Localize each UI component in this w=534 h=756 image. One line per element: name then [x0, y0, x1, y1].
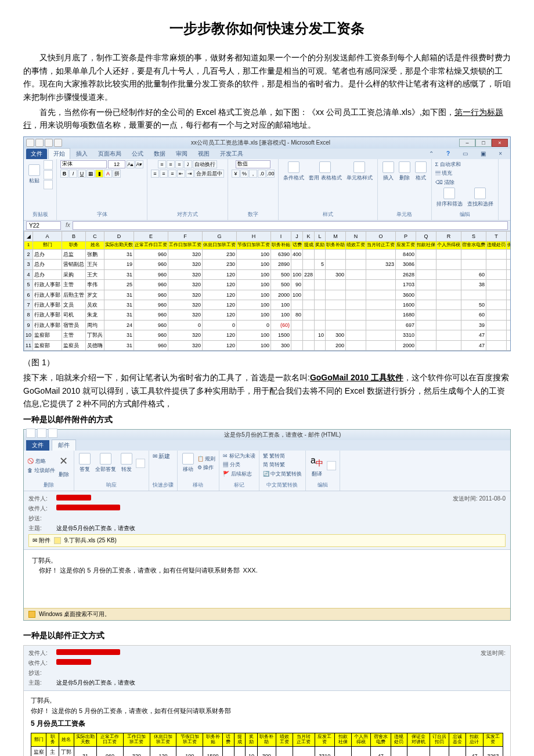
- col-header[interactable]: I: [271, 231, 291, 241]
- cell[interactable]: [315, 340, 326, 350]
- inc-dec-icon[interactable]: .0: [258, 170, 266, 178]
- cell[interactable]: [507, 320, 510, 330]
- align-left-icon[interactable]: ≡: [151, 170, 159, 178]
- cell[interactable]: 31: [104, 310, 134, 320]
- cell[interactable]: 960: [134, 280, 168, 290]
- phonetic-icon[interactable]: 拼: [113, 170, 121, 178]
- tab-file[interactable]: 文件: [26, 149, 47, 159]
- cell[interactable]: 1680: [396, 310, 416, 320]
- autosum-button[interactable]: Σ 自动求和: [435, 160, 461, 168]
- align-center-icon[interactable]: ≡: [160, 170, 168, 178]
- cell[interactable]: 100: [237, 340, 271, 350]
- data-header[interactable]: 职务: [62, 242, 86, 250]
- simp2trad-button[interactable]: 简 简转繁: [263, 460, 286, 469]
- cell[interactable]: 3600: [396, 290, 416, 300]
- clear-button[interactable]: ⌫ 清除: [435, 178, 455, 186]
- name-box[interactable]: [26, 221, 61, 230]
- gogomail-link[interactable]: GoGoMail 2010 工具软件: [310, 373, 403, 382]
- cell[interactable]: 朱龙: [86, 310, 104, 320]
- cell[interactable]: [486, 340, 507, 350]
- cell[interactable]: [486, 260, 507, 269]
- cell[interactable]: [507, 330, 510, 340]
- row-header[interactable]: 7: [24, 300, 33, 310]
- tab-layout[interactable]: 页面布局: [93, 149, 126, 159]
- cell[interactable]: 100: [291, 290, 303, 300]
- cell[interactable]: 吴德嗨: [86, 340, 104, 350]
- cell[interactable]: 王兴: [86, 260, 104, 269]
- row-header[interactable]: 8: [24, 310, 33, 320]
- col-header[interactable]: S: [461, 231, 486, 241]
- row-header[interactable]: 4: [24, 269, 33, 279]
- copy-icon[interactable]: [44, 170, 53, 179]
- font-name-select[interactable]: [60, 160, 107, 168]
- cell[interactable]: 120: [203, 290, 237, 300]
- cell[interactable]: [346, 300, 366, 310]
- col-header[interactable]: P: [396, 231, 416, 241]
- cell[interactable]: 2000: [396, 340, 416, 350]
- cell[interactable]: 200: [326, 340, 346, 350]
- cell[interactable]: 400: [291, 250, 303, 260]
- cell[interactable]: 80: [291, 310, 303, 320]
- data-header[interactable]: 提成: [303, 242, 315, 250]
- cell[interactable]: [366, 250, 396, 260]
- cell[interactable]: 320: [168, 300, 203, 310]
- cell[interactable]: 文员: [62, 300, 86, 310]
- cell[interactable]: [303, 310, 315, 320]
- cell[interactable]: 320: [168, 280, 203, 290]
- col-header[interactable]: K: [303, 231, 315, 241]
- cell[interactable]: [346, 340, 366, 350]
- data-header[interactable]: 话费: [291, 242, 303, 250]
- cell[interactable]: 行政人事部: [33, 300, 62, 310]
- cell[interactable]: [346, 320, 366, 330]
- cell[interactable]: 100: [237, 310, 271, 320]
- cell[interactable]: [507, 300, 510, 310]
- cell[interactable]: [303, 320, 315, 330]
- categorize-button[interactable]: ▦ 分类: [223, 460, 240, 469]
- cell[interactable]: 2890: [271, 260, 291, 269]
- cell[interactable]: [326, 300, 346, 310]
- cell[interactable]: 采购: [62, 269, 86, 279]
- comma-icon[interactable]: ,: [249, 170, 257, 178]
- cell[interactable]: [346, 310, 366, 320]
- col-header[interactable]: N: [346, 231, 366, 241]
- cell[interactable]: 960: [134, 330, 168, 340]
- cell[interactable]: 320: [168, 330, 203, 340]
- data-header[interactable]: 部门: [33, 242, 62, 250]
- cell[interactable]: [315, 310, 326, 320]
- ol-save-icon[interactable]: [26, 429, 35, 438]
- cell[interactable]: 100: [237, 290, 271, 300]
- cell[interactable]: [436, 310, 461, 320]
- align-mid-icon[interactable]: ≡: [167, 160, 175, 168]
- cell[interactable]: 100: [237, 300, 271, 310]
- cell[interactable]: 230: [203, 260, 237, 269]
- cell[interactable]: 100: [237, 269, 271, 279]
- cell[interactable]: 行政人事部: [33, 310, 62, 320]
- cell[interactable]: 38: [461, 280, 486, 290]
- cell[interactable]: [326, 250, 346, 260]
- cell[interactable]: 3310: [396, 330, 416, 340]
- cell[interactable]: [436, 280, 461, 290]
- cell[interactable]: [366, 300, 396, 310]
- data-header[interactable]: 绩效工资: [346, 242, 366, 250]
- percent-icon[interactable]: %: [240, 170, 248, 178]
- cell[interactable]: 19: [104, 260, 134, 269]
- cell[interactable]: [486, 300, 507, 310]
- col-header[interactable]: F: [168, 231, 203, 241]
- cell[interactable]: 3086: [396, 260, 416, 269]
- cell[interactable]: 李伟: [86, 280, 104, 290]
- cell[interactable]: 王大: [86, 269, 104, 279]
- row-header[interactable]: 11: [24, 340, 33, 350]
- cell[interactable]: [436, 269, 461, 279]
- data-header[interactable]: 节假日加班工资: [237, 242, 271, 250]
- cell[interactable]: [416, 310, 436, 320]
- cell[interactable]: 320: [168, 310, 203, 320]
- cell[interactable]: 60: [461, 310, 486, 320]
- cell[interactable]: 31: [104, 330, 134, 340]
- wrap-text-button[interactable]: 自动换行: [193, 160, 217, 168]
- cell[interactable]: 24: [104, 320, 134, 330]
- cell[interactable]: 100: [271, 310, 291, 320]
- col-header[interactable]: G: [203, 231, 237, 241]
- data-header[interactable]: 姓名: [86, 242, 104, 250]
- cell[interactable]: 31: [104, 300, 134, 310]
- cell[interactable]: 31: [104, 250, 134, 260]
